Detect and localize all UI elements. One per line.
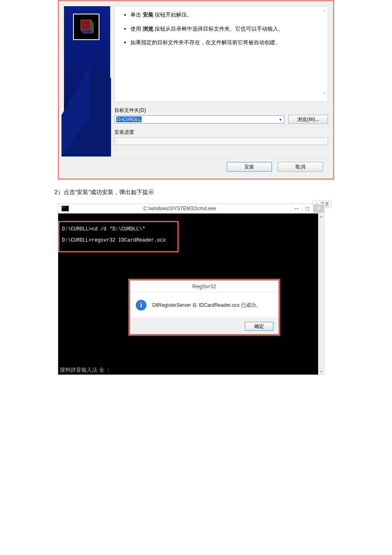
svg-marker-3 — [81, 30, 93, 33]
progress-label: 安装进度 — [114, 129, 328, 136]
cmd-icon — [61, 206, 69, 211]
scroll-up-icon[interactable]: ˄ — [323, 9, 326, 17]
close-button[interactable]: ✕ — [313, 204, 324, 213]
decorative-shape — [61, 66, 111, 157]
dest-folder-value: D:\CVRDLL — [116, 116, 142, 122]
browse-button[interactable]: 浏览(W)... — [288, 115, 328, 124]
cancel-button[interactable]: 取消 — [278, 162, 323, 172]
instruction-item: 单击 安装 按钮开始解压。 — [130, 11, 310, 19]
cmd-scrollbar[interactable]: ▴ ▾ — [318, 213, 324, 375]
instruction-item: 如果指定的目标文件夹不存在，在文件解压前它将被自动创建。 — [130, 38, 310, 47]
scroll-down-icon[interactable]: ˅ — [323, 91, 326, 99]
svg-marker-4 — [61, 66, 111, 157]
ok-button[interactable]: 确定 — [245, 322, 274, 331]
regsvr-title: RegSvr32 — [130, 280, 279, 292]
cmd-line: D:\CURDLL>regsvr32 IDCardReader.ocx — [62, 236, 166, 245]
regsvr-message: DllRegisterServer 在 IDCardReader.ocx 已成功… — [152, 302, 261, 309]
cmd-titlebar: C:\windows\SYSTEM32\cmd.exe — ◻ ✕ — [58, 204, 324, 213]
info-icon: i — [136, 300, 146, 311]
dest-folder-label: 目标文件夹(D) — [114, 107, 328, 114]
cmd-body: ▴ ▾ D:\CURDLL>cd /d "D:\CURDLL\" D:\CURD… — [58, 213, 324, 375]
instructions-box: ˄ ˅ 单击 安装 按钮开始解压。 使用 浏览 按钮从目录树中选择目标文件夹。它… — [114, 6, 328, 102]
ime-status: 搜狗拼音输入法 全 ： — [60, 366, 111, 374]
minimize-button[interactable]: — — [290, 204, 302, 213]
app-logo-icon — [73, 14, 99, 40]
install-button[interactable]: 安装 — [227, 162, 272, 172]
dest-folder-combo[interactable]: D:\CVRDLL ▾ — [114, 115, 284, 123]
cmd-line: D:\CURDLL>cd /d "D:\CURDLL\" — [62, 225, 166, 234]
installer-side-panel — [64, 6, 110, 155]
cmd-window: ▲ 正文 C:\windows\SYSTEM32\cmd.exe — ◻ ✕ ▴… — [58, 204, 324, 375]
scroll-down-icon[interactable]: ▾ — [318, 369, 324, 375]
instruction-item: 使用 浏览 按钮从目录树中选择目标文件夹。它也可以手动输入。 — [130, 25, 310, 33]
cmd-highlight-box: D:\CURDLL>cd /d "D:\CURDLL\" D:\CURDLL>r… — [58, 221, 179, 252]
cmd-title: C:\windows\SYSTEM32\cmd.exe — [69, 206, 290, 211]
scroll-up-icon[interactable]: ▴ — [318, 213, 324, 219]
progress-bar — [114, 138, 328, 145]
step-caption: 2）点击“安装”成功安装，弹出如下提示 — [54, 189, 392, 196]
chevron-down-icon[interactable]: ▾ — [277, 116, 283, 122]
maximize-button[interactable]: ◻ — [302, 204, 313, 213]
installer-window: ˄ ˅ 单击 安装 按钮开始解压。 使用 浏览 按钮从目录树中选择目标文件夹。它… — [58, 0, 334, 180]
regsvr-dialog: RegSvr32 i DllRegisterServer 在 IDCardRea… — [128, 279, 280, 336]
svg-marker-5 — [61, 66, 90, 157]
